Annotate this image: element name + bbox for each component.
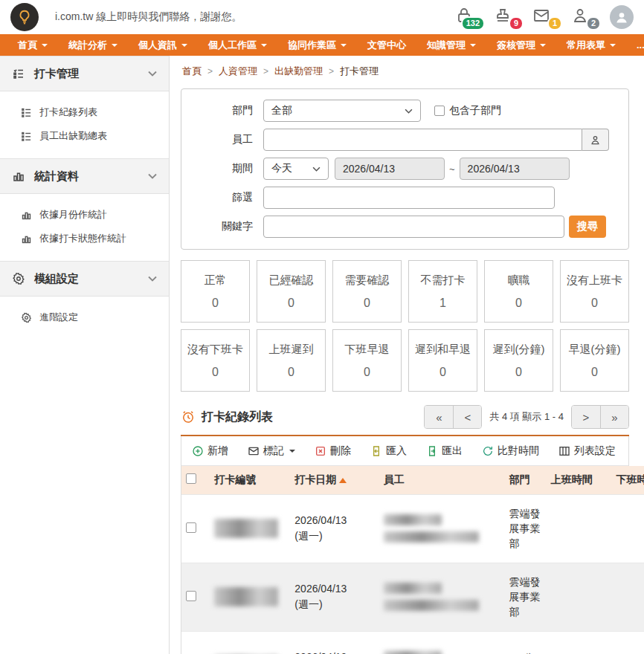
chevron-down-icon — [42, 44, 48, 47]
nav-item-approval[interactable]: 簽核管理 — [486, 34, 556, 56]
breadcrumb-home[interactable]: 首頁 — [182, 65, 202, 78]
status-card-late-arrival[interactable]: 上班遲到 0 — [257, 329, 326, 392]
col-punch-date[interactable]: 打卡日期 — [290, 466, 379, 494]
sidebar-item-stats-by-punch-status[interactable]: 依據打卡狀態作統計 — [0, 227, 169, 250]
list-settings-button[interactable]: 列表設定 — [558, 444, 616, 458]
alarm-clock-icon — [181, 409, 196, 424]
compare-time-button[interactable]: 比對時間 — [482, 444, 539, 458]
breadcrumb-attendance[interactable]: 出缺勤管理 — [274, 65, 323, 78]
col-clock-in[interactable]: 上班時間 — [547, 466, 612, 494]
lightbulb-icon — [16, 9, 33, 25]
online-users-button[interactable]: 2 — [571, 7, 592, 27]
gear-icon — [12, 272, 25, 285]
nav-item-workspace[interactable]: 個人工作區 — [198, 34, 277, 56]
plus-circle-icon — [192, 445, 204, 457]
status-card-early-leave[interactable]: 下班早退 0 — [332, 329, 402, 392]
nav-item-more[interactable]: ... — [626, 34, 644, 56]
search-button[interactable]: 搜尋 — [569, 216, 606, 238]
nav-item-statistics[interactable]: 統計分析 — [58, 34, 128, 56]
sidebar-item-advanced-settings[interactable]: 進階設定 — [0, 305, 169, 329]
status-card-no-clock-in[interactable]: 沒有上班卡 0 — [560, 260, 629, 323]
breadcrumb: 首頁 > 人資管理 > 出缺勤管理 > 打卡管理 — [182, 65, 629, 78]
contact-tagline: i.com.tw 線上即時與我們聯絡，謝謝您。 — [55, 10, 242, 24]
pagination-first-button[interactable]: « — [425, 406, 453, 428]
nav-item-knowledge[interactable]: 知識管理 — [416, 34, 486, 56]
pagination-next-button[interactable]: > — [572, 406, 600, 428]
status-card-late-minutes[interactable]: 遲到(分鐘) 0 — [484, 329, 553, 392]
lock-notifications-button[interactable]: 132 — [455, 7, 476, 27]
nav-item-personal-info[interactable]: 個人資訊 — [128, 34, 198, 56]
nav-item-collaboration[interactable]: 協同作業區 — [277, 34, 357, 56]
pagination-summary: 共 4 項 顯示 1 - 4 — [489, 410, 564, 424]
period-preset-select[interactable]: 今天 — [263, 158, 329, 180]
employee-picker-button[interactable] — [582, 129, 609, 151]
col-clock-out[interactable]: 下班時間 — [612, 466, 644, 494]
checkbox-icon — [434, 106, 445, 116]
chevron-down-icon — [112, 44, 117, 47]
status-card-early-minutes[interactable]: 早退(分鐘) 0 — [560, 329, 629, 392]
status-card-late-and-early[interactable]: 遲到和早退 0 — [408, 329, 477, 392]
sidebar-section-statistics[interactable]: 統計資料 — [0, 158, 169, 194]
date-from-input[interactable]: 2026/04/13 — [335, 158, 445, 180]
breadcrumb-current: 打卡管理 — [340, 65, 379, 78]
breadcrumb-hr[interactable]: 人資管理 — [219, 65, 257, 78]
select-all-checkbox[interactable] — [186, 473, 196, 484]
pagination-prev-button[interactable]: < — [453, 406, 481, 428]
add-button[interactable]: 新增 — [192, 444, 228, 458]
sidebar-item-punch-record-list[interactable]: 打卡紀錄列表 — [0, 100, 169, 124]
mail-button[interactable]: 1 — [532, 7, 553, 27]
records-section-header: 打卡紀錄列表 « < 共 4 項 顯示 1 - 4 > » — [181, 405, 629, 436]
row-checkbox[interactable] — [186, 591, 196, 601]
chevron-down-icon — [470, 44, 476, 47]
redacted-employee-id — [384, 600, 479, 611]
keyword-label: 關鍵字 — [192, 220, 263, 233]
sort-asc-icon — [339, 478, 347, 483]
export-button[interactable]: 匯出 — [426, 444, 463, 458]
employee-input[interactable] — [263, 129, 582, 151]
redacted-punch-id — [214, 587, 278, 606]
status-card-confirmed[interactable]: 已經確認 0 — [257, 260, 326, 323]
user-avatar[interactable] — [610, 5, 634, 29]
sidebar-item-attendance-summary[interactable]: 員工出缺勤總表 — [0, 124, 169, 148]
table-header-row: 打卡編號 打卡日期 員工 部門 上班時間 下班時間 遲到分鐘 早退分鐘 — [181, 466, 644, 494]
mail-badge: 1 — [547, 16, 562, 30]
stamp-badge: 9 — [509, 16, 524, 30]
sidebar-section-module-settings[interactable]: 模組設定 — [0, 261, 169, 297]
delete-button[interactable]: 刪除 — [315, 444, 351, 458]
status-card-no-punch-required[interactable]: 不需打卡 1 — [408, 260, 477, 323]
nav-item-forms[interactable]: 常用表單 — [556, 34, 626, 56]
include-sub-dept-checkbox[interactable]: 包含子部門 — [434, 104, 501, 117]
sidebar-item-stats-by-month[interactable]: 依據月份作統計 — [0, 203, 169, 227]
mark-button[interactable]: 標記 — [248, 444, 295, 458]
sidebar: 打卡管理 打卡紀錄列表 — [0, 56, 170, 654]
chevron-down-icon — [312, 166, 321, 172]
envelope-icon — [248, 445, 260, 457]
sidebar-section-punch-management[interactable]: 打卡管理 — [0, 56, 169, 91]
date-to-input[interactable]: 2026/04/13 — [460, 158, 570, 180]
list-icon — [21, 107, 32, 118]
list-icon — [21, 131, 32, 142]
pagination-last-button[interactable]: » — [600, 406, 628, 428]
keyword-input[interactable] — [263, 216, 564, 238]
filter-input[interactable] — [263, 187, 555, 209]
status-card-no-clock-out[interactable]: 沒有下班卡 0 — [181, 329, 250, 392]
status-card-need-confirm[interactable]: 需要確認 0 — [332, 260, 402, 323]
col-employee[interactable]: 員工 — [379, 466, 505, 494]
dept-select[interactable]: 全部 — [263, 100, 421, 122]
col-punch-id[interactable]: 打卡編號 — [210, 466, 290, 494]
topbar-actions: 132 9 1 2 — [455, 5, 634, 29]
status-card-absent[interactable]: 曠職 0 — [484, 260, 553, 323]
redacted-punch-id — [214, 519, 278, 538]
col-department[interactable]: 部門 — [504, 466, 546, 494]
gear-icon — [21, 312, 32, 323]
records-toolbar: 新增 標記 刪除 — [181, 436, 628, 466]
row-checkbox[interactable] — [186, 522, 196, 533]
app-logo[interactable] — [10, 3, 39, 31]
nav-item-document-center[interactable]: 文管中心 — [357, 34, 416, 56]
redacted-employee-name — [384, 651, 442, 654]
stamp-approvals-button[interactable]: 9 — [494, 7, 515, 27]
status-card-normal[interactable]: 正常 0 — [181, 260, 250, 323]
chevron-down-icon — [148, 276, 157, 282]
nav-item-home[interactable]: 首頁 — [7, 34, 58, 56]
import-button[interactable]: 匯入 — [370, 444, 407, 458]
